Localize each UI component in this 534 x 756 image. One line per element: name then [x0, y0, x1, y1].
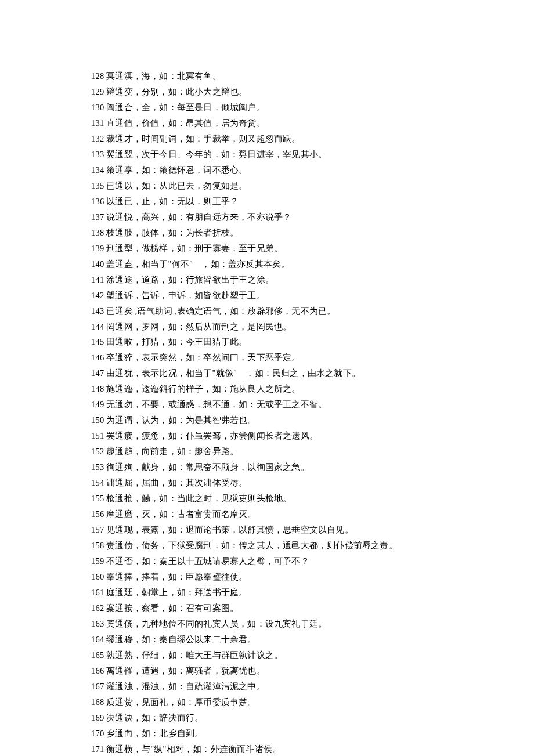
entry-text: 裁通才，时间副词，如：手裁举，则又超忽而跃。 — [106, 134, 300, 143]
entry-text: 翼通翌，次于今日、今年的，如：翼日进宰，宰见其小。 — [106, 150, 327, 159]
entry-number: 137 — [91, 212, 104, 222]
entry-line: 146 卒通猝，表示突然，如：卒然问曰，天下恶乎定。 — [91, 350, 509, 366]
entry-line: 163 宾通傧，九种地位不同的礼宾人员，如：设九宾礼于廷。 — [91, 616, 509, 632]
entry-number: 153 — [91, 462, 104, 472]
entry-number: 146 — [91, 353, 104, 362]
entry-text: 无通勿，不要，或通惑，想不通，如：无或乎王之不智。 — [106, 400, 327, 409]
entry-line: 129 辩通变，分别，如：此小大之辩也。 — [91, 84, 509, 100]
entry-text: 已通矣 ,语气助词 ,表确定语气，如：放辟邪侈，无不为已。 — [106, 306, 335, 316]
entry-number: 165 — [91, 650, 104, 660]
entry-line: 142 塑通诉，告诉，申诉，如皆欲赴塑于王。 — [91, 288, 509, 303]
entry-text: 施通迤，逶迤斜行的样子，如：施从良人之所之。 — [106, 384, 300, 393]
entry-number: 150 — [91, 415, 104, 425]
entry-text: 说通悦，高兴，如：有朋自远方来，不亦说乎？ — [106, 212, 291, 222]
entry-number: 169 — [91, 713, 104, 722]
entry-text: 涂通途，道路，如：行旅皆欲出于王之涂。 — [106, 275, 274, 284]
entry-text: 枪通抢，触，如：当此之时，见狱吏则头枪地。 — [106, 494, 291, 503]
entry-line: 151 罢通疲，疲惫，如：仆虽罢驽，亦尝侧闻长者之遗风。 — [91, 428, 509, 444]
entry-text: 枝通肢，肢体，如：为长者折枝。 — [106, 228, 239, 237]
entry-text: 刑通型，做榜样，如：刑于寡妻，至于兄弟。 — [106, 244, 283, 253]
entry-text: 缪通穆，如：秦自缪公以来二十余君。 — [106, 635, 256, 644]
entry-text: 已通以，如：从此已去，勿复如是。 — [106, 181, 247, 190]
entry-line: 128 冥通溟，海，如：北冥有鱼。 — [91, 68, 509, 84]
entry-text: 衡通横，与"纵"相对，如：外连衡而斗诸侯。 — [106, 744, 281, 754]
entry-line: 143 已通矣 ,语气助词 ,表确定语气，如：放辟邪侈，无不为已。 — [91, 303, 509, 319]
entry-line: 149 无通勿，不要，或通惑，想不通，如：无或乎王之不智。 — [91, 397, 509, 413]
entry-line: 164 缪通穆，如：秦自缪公以来二十余君。 — [91, 632, 509, 648]
entry-line: 153 徇通殉，献身，如：常思奋不顾身，以徇国家之急。 — [91, 460, 509, 475]
entry-text: 阖通合，全，如：每至是日，倾城阖户。 — [106, 103, 265, 112]
entry-number: 171 — [91, 744, 104, 754]
entry-line: 166 离通罹，遭遇，如：离骚者，犹离忧也。 — [91, 663, 509, 679]
entry-number: 160 — [91, 572, 104, 581]
entry-line: 157 见通现，表露，如：退而论书策，以舒其愤，思垂空文以自见。 — [91, 522, 509, 538]
entry-number: 148 — [91, 384, 104, 393]
entry-text: 飨通享，如：飨德怀恩，词不悉心。 — [106, 165, 247, 175]
entry-number: 143 — [91, 306, 104, 316]
entry-line: 167 濯通浊，混浊，如：自疏濯淖污泥之中。 — [91, 679, 509, 694]
entry-line: 161 庭通廷，朝堂上，如：拜送书于庭。 — [91, 585, 509, 601]
entry-text: 离通罹，遭遇，如：离骚者，犹离忧也。 — [106, 666, 265, 675]
entry-number: 162 — [91, 603, 104, 613]
entry-line: 135 已通以，如：从此已去，勿复如是。 — [91, 178, 509, 194]
entry-text: 直通值，价值，如：昂其值，居为奇货。 — [106, 118, 265, 128]
entry-line: 169 决通诀，如：辞决而行。 — [91, 710, 509, 726]
entry-line: 132 裁通才，时间副词，如：手裁举，则又超忽而跃。 — [91, 131, 509, 147]
entry-number: 139 — [91, 244, 104, 253]
entry-line: 159 不通否，如：秦王以十五城请易寡人之璧，可予不？ — [91, 554, 509, 569]
entry-line: 133 翼通翌，次于今日、今年的，如：翼日进宰，宰见其小。 — [91, 147, 509, 162]
entry-text: 奉通捧，捧着，如：臣愿奉璧往使。 — [106, 572, 247, 581]
entry-line: 158 责通债，债务，下狱受腐刑，如：传之其人，通邑大都，则仆偿前辱之责。 — [91, 538, 509, 554]
entry-number: 142 — [91, 291, 104, 300]
entry-number: 156 — [91, 509, 104, 519]
entry-text: 罢通疲，疲惫，如：仆虽罢驽，亦尝侧闻长者之遗风。 — [106, 431, 318, 440]
entry-number: 152 — [91, 447, 104, 456]
entry-text: 为通谓，认为，如：为是其智弗若也。 — [106, 415, 256, 425]
entry-line: 137 说通悦，高兴，如：有朋自远方来，不亦说乎？ — [91, 209, 509, 225]
entry-number: 144 — [91, 322, 104, 331]
entry-number: 151 — [91, 431, 104, 440]
document-body: 128 冥通溟，海，如：北冥有鱼。129 辩通变，分别，如：此小大之辩也。130… — [0, 0, 509, 756]
entry-number: 164 — [91, 635, 104, 644]
entry-line: 147 由通犹，表示比况，相当于"就像" ，如：民归之，由水之就下。 — [91, 366, 509, 381]
entry-number: 158 — [91, 541, 104, 550]
entry-number: 135 — [91, 181, 104, 190]
entry-text: 责通债，债务，下狱受腐刑，如：传之其人，通邑大都，则仆偿前辱之责。 — [106, 541, 398, 550]
entry-line: 139 刑通型，做榜样，如：刑于寡妻，至于兄弟。 — [91, 241, 509, 256]
entry-line: 162 案通按，察看，如：召有司案图。 — [91, 601, 509, 616]
entry-text: 庭通廷，朝堂上，如：拜送书于庭。 — [106, 588, 247, 597]
entry-number: 141 — [91, 275, 104, 284]
entry-line: 138 枝通肢，肢体，如：为长者折枝。 — [91, 225, 509, 241]
entry-text: 乡通向，如：北乡自到。 — [106, 729, 203, 738]
entry-line: 136 以通已，止，如：无以，则王乎？ — [91, 194, 509, 209]
entry-number: 161 — [91, 588, 104, 597]
entry-text: 趣通趋，向前走，如：趣舍异路。 — [106, 447, 239, 456]
entry-text: 由通犹，表示比况，相当于"就像" ，如：民归之，由水之就下。 — [106, 368, 360, 378]
entry-text: 冥通溟，海，如：北冥有鱼。 — [106, 71, 221, 81]
entry-text: 罔通网，罗网，如：然后从而刑之，是罔民也。 — [106, 322, 291, 331]
entry-number: 170 — [91, 729, 104, 738]
entry-text: 田通畋，打猎，如：今王田猎于此。 — [106, 337, 247, 346]
entry-text: 盖通盍，相当于"何不" ，如：盖亦反其本矣。 — [106, 259, 290, 269]
entry-text: 以通已，止，如：无以，则王乎？ — [106, 197, 239, 206]
entry-line: 141 涂通途，道路，如：行旅皆欲出于王之涂。 — [91, 272, 509, 288]
entry-number: 149 — [91, 400, 104, 409]
entry-text: 卒通猝，表示突然，如：卒然问曰，天下恶乎定。 — [106, 353, 300, 362]
entry-number: 166 — [91, 666, 104, 675]
entry-text: 濯通浊，混浊，如：自疏濯淖污泥之中。 — [106, 682, 265, 691]
entry-line: 148 施通迤，逶迤斜行的样子，如：施从良人之所之。 — [91, 381, 509, 397]
entry-number: 167 — [91, 682, 104, 691]
entry-text: 徇通殉，献身，如：常思奋不顾身，以徇国家之急。 — [106, 462, 309, 472]
entry-line: 165 孰通熟，仔细，如：唯大王与群臣孰计议之。 — [91, 648, 509, 663]
entry-line: 140 盖通盍，相当于"何不" ，如：盖亦反其本矣。 — [91, 256, 509, 272]
entry-number: 155 — [91, 494, 104, 503]
entry-text: 塑通诉，告诉，申诉，如皆欲赴塑于王。 — [106, 291, 265, 300]
entry-text: 不通否，如：秦王以十五城请易寡人之璧，可予不？ — [106, 556, 309, 566]
entry-number: 132 — [91, 134, 104, 143]
entry-number: 129 — [91, 87, 104, 96]
entry-text: 诎通屈，屈曲，如：其次诎体受辱。 — [106, 478, 247, 487]
entry-text: 案通按，察看，如：召有司案图。 — [106, 603, 239, 613]
entry-number: 168 — [91, 697, 104, 707]
entry-number: 131 — [91, 118, 104, 128]
entry-number: 138 — [91, 228, 104, 237]
